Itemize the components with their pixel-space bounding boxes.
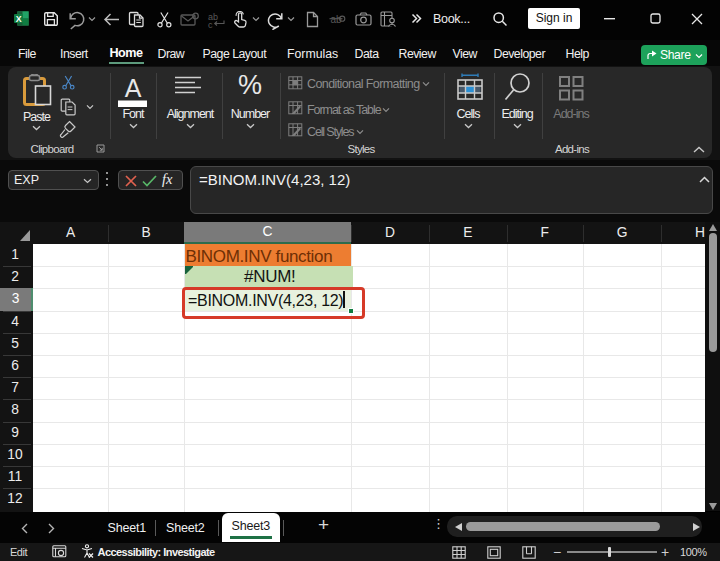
svg-text:A: A (125, 74, 142, 102)
svg-text:X: X (16, 14, 22, 24)
svg-text:c: c (208, 20, 213, 29)
